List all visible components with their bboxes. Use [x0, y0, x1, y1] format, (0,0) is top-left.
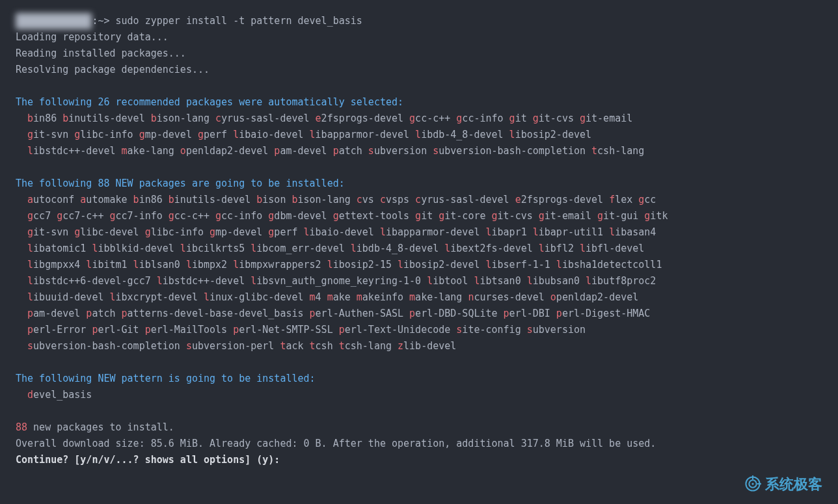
pkg-initial: g	[27, 129, 33, 140]
pkg-initial: e	[316, 113, 321, 124]
pkg-initial: l	[351, 243, 357, 254]
pkg-rest: perf	[204, 129, 227, 140]
pkg-initial: s	[527, 324, 533, 336]
pkg-initial: g	[456, 113, 462, 124]
pkg-initial: m	[357, 291, 362, 303]
pkg-rest: atch	[92, 308, 115, 319]
pkg-rest: yrus-sasl-devel	[421, 194, 509, 206]
pkg-rest: ibdb-4_8-devel	[357, 243, 439, 254]
pkg-initial: c	[215, 113, 221, 124]
pkg-initial: g	[74, 129, 80, 140]
pkg-rest: it	[515, 113, 527, 124]
pkg-rest: ubversion-perl	[192, 340, 274, 352]
pkg-initial: l	[580, 243, 586, 254]
pkg-rest: ibaio-devel	[310, 226, 374, 238]
pkg-rest: ibtsan0	[480, 275, 520, 287]
status-line: Resolving package dependencies...	[16, 62, 822, 78]
pkg-initial: l	[27, 243, 33, 254]
pkg-rest: ibapparmor-devel	[386, 226, 480, 238]
pkg-rest: erl-MailTools	[151, 324, 227, 336]
pkg-initial: l	[27, 145, 33, 157]
pkg-rest: ibserf-1-1	[492, 259, 550, 271]
target-icon	[744, 475, 761, 492]
pkg-initial: b	[133, 194, 139, 206]
pkg-rest: ibatomic1	[33, 243, 86, 254]
pkg-rest: ibext2fs-devel	[450, 243, 532, 254]
pkg-initial: l	[250, 275, 256, 287]
pkg-initial: p	[145, 324, 151, 336]
pkg-rest: 4	[316, 291, 321, 303]
pkg-rest: am-devel	[280, 145, 327, 157]
pkg-initial: p	[310, 308, 316, 319]
pkg-rest: ibasan4	[615, 226, 656, 238]
pkg-initial: t	[591, 145, 597, 157]
pkg-initial: g	[580, 113, 586, 124]
pkg-initial: l	[27, 275, 33, 287]
pkg-initial: l	[27, 259, 33, 271]
pkg-initial: l	[109, 291, 115, 303]
pkg-rest: it-gui	[603, 210, 638, 222]
pkg-rest: ake-lang	[128, 145, 174, 157]
pkg-rest: dbm-devel	[274, 210, 327, 222]
pkg-rest: erl-Error	[33, 324, 86, 336]
pkg-rest: vsps	[386, 194, 409, 206]
pkg-rest: penldap2-devel	[556, 291, 638, 303]
pkg-rest: lib-devel	[403, 340, 456, 352]
pkg-initial: l	[186, 259, 192, 271]
watermark-logo: 系统极客	[744, 475, 822, 492]
pkg-rest: erl-Authen-SASL	[316, 308, 403, 319]
pkg-rest: ibubsan0	[533, 275, 580, 287]
pkg-rest: erl-Git	[98, 324, 139, 336]
pkg-initial: m	[122, 145, 128, 157]
pkg-initial: g	[198, 129, 204, 140]
pkg-rest: vs	[362, 194, 374, 206]
pkg-rest: cc	[644, 194, 656, 206]
pkg-initial: m	[409, 291, 415, 303]
pkg-initial: l	[233, 129, 239, 140]
pkg-initial: g	[169, 210, 174, 222]
pkg-initial: l	[204, 291, 210, 303]
pkg-initial: l	[539, 243, 545, 254]
pkg-initial: p	[233, 324, 239, 336]
pkg-initial: t	[339, 340, 345, 352]
pkg-rest: ibfl-devel	[586, 243, 644, 254]
pkg-rest: cc-c++	[174, 210, 210, 222]
continue-prompt: Continue? [y/n/v/...? shows all options]…	[16, 454, 286, 466]
pkg-rest: it-svn	[33, 129, 68, 140]
summary-overall: Overall download size: 85.6 MiB. Already…	[16, 436, 822, 452]
pkg-initial: l	[310, 129, 316, 140]
pkg-rest: inux-glibc-devel	[210, 291, 304, 303]
pkg-rest: 2fsprogs-devel	[521, 194, 603, 206]
pkg-initial: l	[485, 259, 491, 271]
pkg-rest: libc-devel	[80, 226, 139, 238]
pkg-initial: g	[139, 129, 145, 140]
pkg-rest: utoconf	[33, 194, 74, 206]
pkg-initial: l	[609, 226, 615, 238]
pkg-rest: csh-lang	[345, 340, 392, 352]
pkg-initial: g	[439, 210, 444, 222]
pkg-initial: b	[62, 113, 68, 124]
blank-line	[16, 354, 822, 371]
pkg-rest: it-email	[586, 113, 632, 124]
pkg-initial: l	[380, 226, 386, 238]
pkg-initial: p	[27, 308, 33, 319]
pkg-rest: libc-info	[151, 226, 204, 238]
pkg-rest: ibapr-util1	[539, 226, 603, 238]
pkg-initial: l	[427, 275, 433, 287]
pkg-rest: ibstdc++-devel	[33, 145, 115, 157]
pkg-rest: erl-Net-SMTP-SSL	[239, 324, 333, 336]
pkg-initial: g	[74, 226, 80, 238]
pkg-rest: iblsan0	[139, 259, 180, 271]
package-line: gcc7 gcc7-c++ gcc7-info gcc-c++ gcc-info…	[16, 208, 822, 224]
pkg-rest: ison-lang	[157, 113, 210, 124]
pkg-initial: l	[556, 259, 562, 271]
pkg-rest: ibitm1	[92, 259, 127, 271]
pkg-initial: l	[133, 259, 139, 271]
pkg-initial: g	[638, 194, 644, 206]
pkg-rest: ettext-tools	[339, 210, 409, 222]
pkg-initial: e	[515, 194, 521, 206]
pkg-initial: g	[509, 113, 515, 124]
pkg-rest: ibxcrypt-devel	[116, 291, 198, 303]
continue-prompt-line[interactable]: Continue? [y/n/v/...? shows all options]…	[16, 452, 822, 468]
blank-line	[16, 159, 822, 176]
